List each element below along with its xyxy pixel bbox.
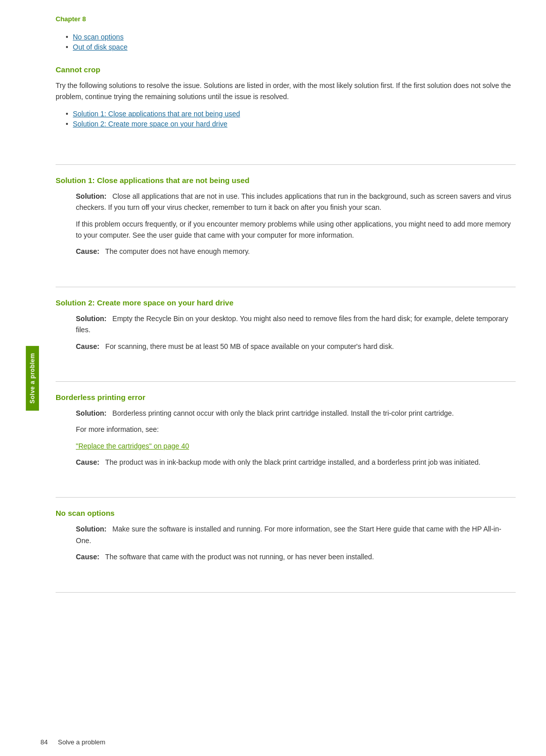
borderless-heading: Borderless printing error [56, 393, 516, 402]
solution2-label: Solution: [76, 315, 107, 323]
cannot-crop-heading: Cannot crop [56, 65, 516, 74]
borderless-cause: Cause: The product was in ink-backup mod… [76, 457, 516, 468]
cannot-crop-intro: Try the following solutions to resolve t… [56, 80, 516, 103]
toc-list: No scan options Out of disk space [66, 33, 516, 51]
borderless-for-more: For more information, see: [76, 424, 516, 435]
divider [56, 164, 516, 165]
solution1-cause-label: Cause: [76, 247, 100, 255]
no-scan-solution-text: Solution: Make sure the software is inst… [76, 523, 516, 546]
no-scan-options-link[interactable]: No scan options [73, 33, 123, 41]
chapter-heading: Chapter 8 [56, 15, 516, 23]
side-tab: Solve a problem [26, 345, 39, 410]
no-scan-cause-body: The software that came with the product … [105, 553, 374, 561]
no-scan-options-content: Solution: Make sure the software is inst… [56, 523, 516, 562]
solution1-cause: Cause: The computer does not have enough… [76, 246, 516, 257]
solution1-content: Solution: Close all applications that ar… [56, 191, 516, 257]
borderless-cause-label: Cause: [76, 458, 100, 466]
solution1-cause-body: The computer does not have enough memory… [105, 247, 250, 255]
solution1-label: Solution: [76, 192, 107, 200]
no-scan-cause-label: Cause: [76, 553, 100, 561]
divider [56, 592, 516, 593]
footer-page-number: 84 [40, 738, 48, 746]
solution2-body: Empty the Recycle Bin on your desktop. Y… [76, 315, 508, 334]
solution1-section: Solution 1: Close applications that are … [56, 176, 516, 276]
cannot-crop-solutions-list: Solution 1: Close applications that are … [66, 110, 516, 128]
solution2-content: Solution: Empty the Recycle Bin on your … [56, 313, 516, 352]
no-scan-options-section: No scan options Solution: Make sure the … [56, 509, 516, 581]
footer-page-label: Solve a problem [58, 738, 105, 746]
no-scan-options-heading: No scan options [56, 509, 516, 517]
list-item[interactable]: Solution 1: Close applications that are … [66, 110, 516, 118]
solution2-text: Solution: Empty the Recycle Bin on your … [76, 313, 516, 336]
solution2-section: Solution 2: Create more space on your ha… [56, 298, 516, 370]
borderless-link-line: "Replace the cartridges" on page 40 [76, 440, 516, 452]
divider [56, 497, 516, 498]
no-scan-cause: Cause: The software that came with the p… [76, 551, 516, 562]
solution1-text: Solution: Close all applications that ar… [76, 191, 516, 213]
no-scan-solution-label: Solution: [76, 525, 107, 533]
borderless-content: Solution: Borderless printing cannot occ… [56, 408, 516, 468]
borderless-section: Borderless printing error Solution: Bord… [56, 393, 516, 486]
solution2-cause: Cause: For scanning, there must be at le… [76, 341, 516, 352]
borderless-solution-text: Solution: Borderless printing cannot occ… [76, 408, 516, 419]
list-item[interactable]: No scan options [66, 33, 516, 41]
solution1-extra: If this problem occurs frequently, or if… [76, 218, 516, 241]
divider [56, 287, 516, 287]
replace-cartridges-link[interactable]: "Replace the cartridges" on page 40 [76, 442, 189, 450]
borderless-cause-body: The product was in ink-backup mode with … [105, 458, 480, 466]
list-item[interactable]: Solution 2: Create more space on your ha… [66, 120, 516, 128]
out-of-disk-space-link[interactable]: Out of disk space [73, 43, 127, 51]
solution2-cause-label: Cause: [76, 342, 100, 350]
solution2-cause-body: For scanning, there must be at least 50 … [105, 342, 394, 350]
solution1-heading: Solution 1: Close applications that are … [56, 176, 516, 185]
divider [56, 381, 516, 382]
solution1-body: Close all applications that are not in u… [76, 192, 511, 211]
solution2-heading: Solution 2: Create more space on your ha… [56, 298, 516, 307]
solution1-link[interactable]: Solution 1: Close applications that are … [73, 110, 240, 118]
list-item[interactable]: Out of disk space [66, 43, 516, 51]
no-scan-solution-body: Make sure the software is installed and … [76, 525, 502, 544]
cannot-crop-section: Cannot crop Try the following solutions … [56, 65, 516, 153]
borderless-solution-body: Borderless printing cannot occur with on… [112, 409, 453, 417]
borderless-solution-label: Solution: [76, 409, 107, 417]
solution2-link[interactable]: Solution 2: Create more space on your ha… [73, 120, 228, 128]
footer: 84 Solve a problem [40, 738, 516, 746]
